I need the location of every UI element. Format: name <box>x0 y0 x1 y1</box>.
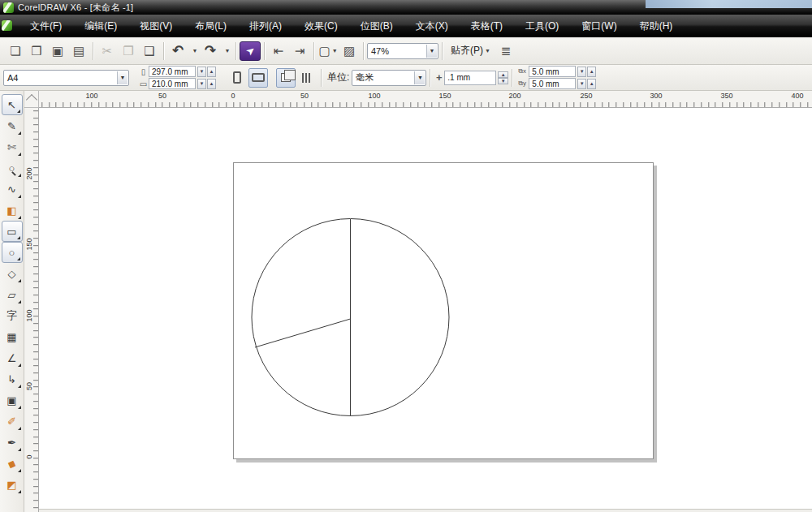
search-content-icon: ➤ <box>243 43 257 58</box>
portrait-button[interactable] <box>227 68 247 88</box>
save-button[interactable]: ▣ <box>48 41 67 61</box>
current-page-button[interactable] <box>297 68 317 88</box>
menu-window[interactable]: 窗口(W) <box>570 15 628 37</box>
print-icon: ▤ <box>73 44 84 58</box>
search-content-button[interactable]: ➤ <box>240 41 261 61</box>
chevron-down-icon: ▼ <box>225 48 231 54</box>
eyedropper-tool[interactable]: ✐ <box>2 411 23 432</box>
table-tool[interactable]: ▦ <box>2 326 23 347</box>
redo-dropdown[interactable]: ▼ <box>222 41 231 61</box>
h-ruler-label: 150 <box>433 92 457 100</box>
title-bar[interactable]: CorelDRAW X6 - [未命名 -1] <box>0 0 812 15</box>
menu-edit[interactable]: 编辑(E) <box>73 15 128 37</box>
document-menu-icon[interactable] <box>2 20 12 31</box>
chevron-down-icon: ▼ <box>117 71 127 84</box>
crop-tool[interactable]: ✄ <box>2 136 23 157</box>
cut-button[interactable]: ✂ <box>97 41 117 61</box>
polygon-tool[interactable]: ◇ <box>2 263 23 284</box>
ellipse-object[interactable] <box>252 219 449 416</box>
menu-view[interactable]: 视图(V) <box>128 15 184 37</box>
coreldraw-window: CorelDRAW X6 - [未命名 -1] 文件(F) 编辑(E) 视图(V… <box>0 0 812 512</box>
drawing-canvas[interactable] <box>39 108 812 512</box>
duplicate-x-field[interactable]: 5.0 mm <box>529 66 576 77</box>
ruler-origin[interactable] <box>24 91 39 108</box>
export-icon: ⇥ <box>295 44 305 58</box>
units-select[interactable]: 毫米 ▼ <box>352 70 426 86</box>
ellipse-tool[interactable]: ○ <box>2 242 23 263</box>
shape-tool[interactable]: ✎ <box>2 115 23 136</box>
menu-tools[interactable]: 工具(O) <box>514 15 570 37</box>
open-button[interactable]: ❒ <box>27 41 46 61</box>
menu-text[interactable]: 文本(X) <box>404 15 460 37</box>
h-ruler-label: 100 <box>362 92 387 100</box>
duplicate-x-increment[interactable]: ▲ <box>587 67 596 77</box>
copy-button[interactable]: ❐ <box>119 41 138 61</box>
horizontal-ruler[interactable]: 100 50 0 50 100 150 200 250 300 350 400 <box>39 91 812 108</box>
interactive-fill-tool[interactable]: ◩ <box>2 474 23 495</box>
paper-size-value: A4 <box>7 73 18 83</box>
connector-tool[interactable]: ↳ <box>2 368 23 389</box>
application-launcher-button[interactable]: ▢▼ <box>318 41 338 61</box>
new-document-button[interactable]: ❏ <box>6 41 25 61</box>
horizontal-scrollbar[interactable] <box>39 509 812 512</box>
menu-layout[interactable]: 布局(L) <box>184 15 238 37</box>
outline-pen-tool[interactable]: ✒ <box>2 432 23 453</box>
zoom-level-select[interactable]: 47% ▼ <box>367 43 438 59</box>
vertical-ruler[interactable]: 200 150 100 50 0 <box>24 108 39 512</box>
duplicate-x-decrement[interactable]: ▼ <box>577 67 586 77</box>
paper-size-select[interactable]: A4 ▼ <box>3 70 129 86</box>
redo-button[interactable]: ↷ <box>201 41 220 61</box>
radius-segment-line[interactable] <box>255 319 351 347</box>
nudge-distance-field[interactable]: .1 mm <box>444 71 496 85</box>
duplicate-distance-cluster: ⧉x 5.0 mm ▼▲ ⧉y 5.0 mm ▼▲ <box>518 66 596 89</box>
freehand-tool[interactable]: ∿ <box>2 179 23 200</box>
pick-tool[interactable]: ↖ <box>2 94 23 115</box>
undo-dropdown[interactable]: ▼ <box>189 41 199 61</box>
menu-arrange[interactable]: 排列(A) <box>238 15 293 37</box>
welcome-screen-button[interactable]: ▨ <box>339 41 359 61</box>
dimension-tool[interactable]: ∠ <box>2 347 23 368</box>
all-pages-button[interactable] <box>276 68 296 88</box>
snap-to-dropdown[interactable]: 贴齐(P) ▼ <box>446 41 495 61</box>
print-button[interactable]: ▤ <box>69 41 89 61</box>
rectangle-tool-icon: ▭ <box>6 226 16 238</box>
nudge-decrement[interactable]: ▼ <box>498 78 508 84</box>
page-height-increment[interactable]: ▲ <box>207 79 216 89</box>
page-width-increment[interactable]: ▲ <box>207 67 216 77</box>
text-tool[interactable]: 字 <box>2 305 23 326</box>
undo-button[interactable]: ↶ <box>168 41 188 61</box>
units-label: 单位: <box>327 71 349 84</box>
toolbar-separator <box>430 69 430 87</box>
page-width-decrement[interactable]: ▼ <box>197 67 206 77</box>
page-width-field[interactable]: 297.0 mm <box>149 66 196 77</box>
menu-table[interactable]: 表格(T) <box>460 15 514 37</box>
blend-tool[interactable]: ▣ <box>2 389 23 411</box>
paste-button[interactable]: ❑ <box>140 41 159 61</box>
vertical-ruler-ticks <box>33 108 38 512</box>
nudge-increment[interactable]: ▲ <box>498 71 508 78</box>
zoom-tool[interactable]: ○ <box>2 157 23 179</box>
smart-fill-tool[interactable]: ◧ <box>2 200 23 221</box>
export-button[interactable]: ⇥ <box>290 41 309 61</box>
menu-bitmaps[interactable]: 位图(B) <box>349 15 404 37</box>
duplicate-y-decrement[interactable]: ▼ <box>577 79 586 89</box>
basic-shapes-tool[interactable]: ▱ <box>2 284 23 305</box>
toolbar-separator <box>235 42 236 60</box>
options-button[interactable]: ≣ <box>496 41 516 61</box>
menu-file[interactable]: 文件(F) <box>19 15 73 37</box>
fill-tool[interactable]: ◆ <box>2 453 23 474</box>
duplicate-y-increment[interactable]: ▲ <box>587 79 596 89</box>
menu-help[interactable]: 帮助(H) <box>628 15 685 37</box>
import-button[interactable]: ⇤ <box>269 41 288 61</box>
zoom-tool-icon: ○ <box>9 162 15 174</box>
landscape-button[interactable] <box>248 68 268 88</box>
page-height-decrement[interactable]: ▼ <box>197 79 206 89</box>
page-height-field[interactable]: 210.0 mm <box>149 78 196 89</box>
duplicate-y-field[interactable]: 5.0 mm <box>529 78 576 89</box>
current-page-icon <box>302 73 313 83</box>
menu-effects[interactable]: 效果(C) <box>293 15 349 37</box>
standard-toolbar: ❏ ❒ ▣ ▤ ✂ ❐ ❑ ↶ ▼ ↷ ▼ ➤ ⇤ ⇥ ▢▼ ▨ 47% ▼ 贴… <box>0 37 812 65</box>
open-icon: ❒ <box>31 44 41 58</box>
drawing-layer <box>39 108 812 512</box>
rectangle-tool[interactable]: ▭ <box>2 221 23 242</box>
